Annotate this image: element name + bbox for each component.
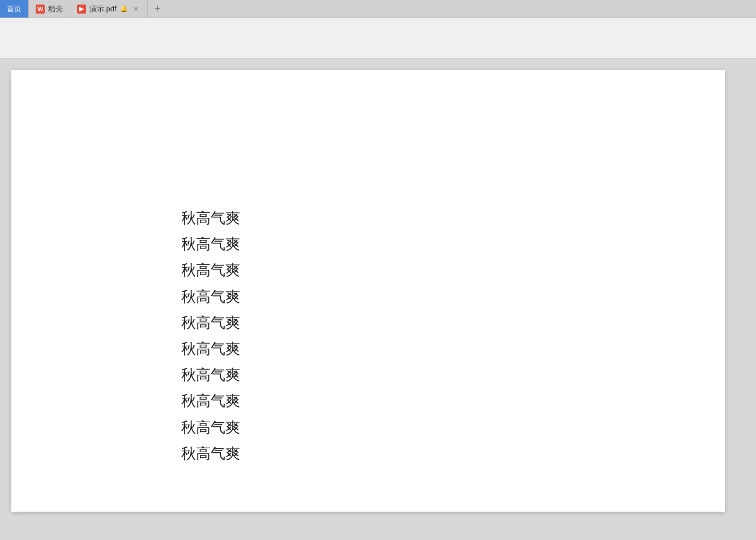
pin-icon: 🔔 xyxy=(120,5,128,12)
toolbar-area xyxy=(0,18,756,59)
pdf-icon: ▶ xyxy=(77,5,86,14)
pdf-line: 秋高气爽 xyxy=(181,206,691,231)
pdf-line: 秋高气爽 xyxy=(181,363,691,388)
tab-wps[interactable]: W 稻壳 xyxy=(29,0,70,18)
pdf-text-content: 秋高气爽秋高气爽秋高气爽秋高气爽秋高气爽秋高气爽秋高气爽秋高气爽秋高气爽秋高气爽 xyxy=(181,206,691,466)
pdf-line: 秋高气爽 xyxy=(181,389,691,414)
tab-pdf[interactable]: ▶ 演示.pdf 🔔 ✕ xyxy=(70,0,148,18)
tab-close-button[interactable]: ✕ xyxy=(131,5,140,14)
tab-pdf-label: 演示.pdf xyxy=(89,4,117,14)
tab-home[interactable]: 首页 xyxy=(0,0,29,18)
add-tab-icon: + xyxy=(155,3,161,15)
pdf-line: 秋高气爽 xyxy=(181,285,691,310)
tab-bar: 首页 W 稻壳 ▶ 演示.pdf 🔔 ✕ + xyxy=(0,0,756,18)
tab-home-label: 首页 xyxy=(7,4,22,14)
pdf-line: 秋高气爽 xyxy=(181,415,691,440)
tab-wps-label: 稻壳 xyxy=(48,4,63,14)
wps-icon: W xyxy=(36,5,45,14)
pdf-line: 秋高气爽 xyxy=(181,442,691,466)
add-tab-button[interactable]: + xyxy=(148,0,168,18)
pdf-line: 秋高气爽 xyxy=(181,232,691,257)
main-content: 秋高气爽秋高气爽秋高气爽秋高气爽秋高气爽秋高气爽秋高气爽秋高气爽秋高气爽秋高气爽 xyxy=(0,59,756,540)
pdf-page: 秋高气爽秋高气爽秋高气爽秋高气爽秋高气爽秋高气爽秋高气爽秋高气爽秋高气爽秋高气爽 xyxy=(11,70,725,512)
pdf-line: 秋高气爽 xyxy=(181,258,691,283)
pdf-line: 秋高气爽 xyxy=(181,311,691,336)
pdf-line: 秋高气爽 xyxy=(181,337,691,362)
